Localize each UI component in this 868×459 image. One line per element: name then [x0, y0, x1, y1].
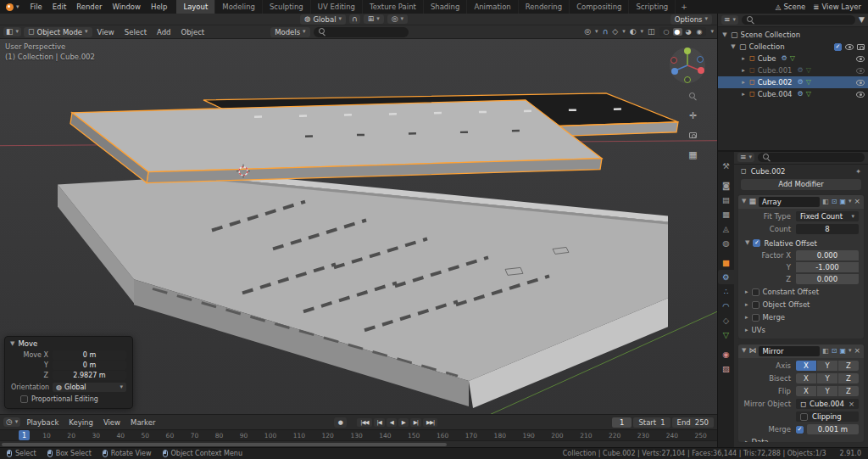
workspace-tab-scripting[interactable]: Scripting [629, 0, 676, 14]
menu-keying[interactable]: Keying [64, 418, 97, 427]
flip-x-button[interactable]: X [796, 386, 816, 396]
play-reverse-button[interactable]: ◀ [387, 418, 397, 427]
bisect-z-button[interactable]: Z [838, 373, 859, 383]
workspace-tab-shading[interactable]: Shading [424, 0, 468, 14]
properties-search[interactable] [758, 153, 865, 162]
timeline-ruler[interactable]: 1 10 20 30 40 50 60 70 80 90 100 110 120… [0, 429, 717, 440]
outliner-search-input[interactable] [758, 16, 850, 25]
jump-to-start-button[interactable]: |◀◀ [357, 418, 371, 427]
modifier-extras-menu-icon[interactable]: ▾ [849, 199, 852, 204]
mirror-object-field[interactable]: ◻ Cube.004 × [796, 399, 859, 409]
pin-icon[interactable]: ✦ [855, 167, 861, 176]
menu-render[interactable]: Render [71, 0, 107, 14]
expand-icon[interactable]: ▸ [740, 56, 747, 62]
current-frame-field[interactable]: 1 [612, 417, 632, 428]
properties-search-input[interactable] [774, 154, 860, 162]
caps-section[interactable]: ▸ Caps [743, 338, 859, 339]
workspace-tab-animation[interactable]: Animation [467, 0, 518, 14]
properties-editor-type-button[interactable]: ≡ ▾ [737, 153, 754, 162]
eye-icon[interactable] [856, 68, 865, 74]
expand-icon[interactable]: ▸ [740, 92, 747, 98]
toggle-ortho-icon[interactable]: ▦ [687, 148, 699, 161]
array-modifier-header[interactable]: ▼ ▦ Array ◧ ⊡ ▣ ▾ × [738, 195, 864, 209]
camera-view-icon[interactable] [687, 129, 699, 142]
panel-collapse-icon[interactable]: ▼ [742, 199, 746, 204]
panel-collapse-icon[interactable]: ▼ [742, 348, 746, 354]
menu-file[interactable]: File [25, 0, 47, 14]
expand-icon[interactable]: ▸ [740, 68, 747, 74]
frame-end-field[interactable]: End 250 [672, 417, 714, 428]
properties-tab-render[interactable]: ◙ [718, 178, 734, 193]
workspace-tab-layout[interactable]: Layout [176, 0, 215, 14]
asset-category-dropdown[interactable]: Models ▾ [270, 27, 309, 37]
uvs-section[interactable]: ▸ UVs [743, 325, 859, 336]
render-display-toggle[interactable]: ▣ [839, 199, 846, 205]
factor-x-field[interactable]: 0.000 [796, 250, 859, 260]
constant-offset-checkbox[interactable] [752, 288, 760, 296]
outliner-row-cube-002[interactable]: ▸ ◻ Cube.002 ⚙ ▽ [718, 76, 868, 88]
data-section[interactable]: ▸ Data [743, 437, 859, 443]
fit-type-dropdown[interactable]: Fixed Count ▾ [796, 211, 859, 221]
outliner-row-cube-004[interactable]: ▸ ◻ Cube.004 ⚙ ▽ [718, 88, 868, 100]
render-visibility-icon[interactable] [857, 44, 865, 50]
filter-icon[interactable]: ▼ [859, 16, 865, 24]
shading-wireframe-icon[interactable]: ○ [662, 28, 671, 36]
workspace-tab-sculpting[interactable]: Sculpting [263, 0, 311, 14]
frame-start-field[interactable]: Start 1 [633, 417, 670, 428]
flip-z-button[interactable]: Z [838, 386, 859, 396]
mirror-modifier-header[interactable]: ▼ ⋈ Mirror ◧ ⊡ ▣ ▾ × [738, 344, 864, 358]
clipping-checkbox[interactable] [800, 413, 808, 421]
properties-tab-scene[interactable]: ◬ [718, 221, 734, 236]
count-field[interactable]: 8 [796, 224, 859, 234]
mode-dropdown[interactable]: ◻ Object Mode ▾ [24, 27, 92, 37]
render-display-toggle[interactable]: ▣ [839, 348, 846, 355]
blender-menu-button[interactable]: ▾ [0, 0, 25, 14]
modifier-close-button[interactable]: × [854, 347, 860, 355]
move-x-field[interactable]: 0 m [53, 350, 126, 360]
operator-panel-move[interactable]: ▼ Move Move X 0 m Y 0 m Z 2.9827 m [4, 336, 133, 409]
prev-keyframe-button[interactable]: |◀ [374, 418, 385, 427]
workspace-tab-uv-editing[interactable]: UV Editing [311, 0, 363, 14]
array-merge-checkbox[interactable] [752, 314, 760, 322]
workspace-tab-texture-paint[interactable]: Texture Paint [363, 0, 424, 14]
orientation-select[interactable]: ◍ Global ▾ [53, 383, 126, 392]
clear-object-icon[interactable]: × [849, 400, 854, 408]
object-offset-section[interactable]: ▸ Object Offset [743, 299, 859, 311]
axis-x-button[interactable]: X [796, 361, 816, 371]
realtime-display-toggle[interactable]: ⊡ [832, 199, 837, 205]
modifier-close-button[interactable]: × [854, 198, 860, 205]
shading-material-icon[interactable]: ◕ [684, 28, 693, 36]
scene-selector[interactable]: ◬ Scene [776, 3, 805, 11]
clipping-toggle[interactable]: Clipping [796, 411, 859, 422]
menu-add[interactable]: Add [152, 28, 175, 36]
outliner-row-collection[interactable]: ▼ ▢ Collection ✓ [718, 41, 868, 53]
properties-tab-constraints[interactable]: ◇ [718, 313, 734, 327]
move-z-field[interactable]: 2.9827 m [53, 371, 126, 380]
modifier-extras-menu-icon[interactable]: ▾ [849, 348, 852, 354]
shading-solid-icon[interactable]: ● [673, 28, 682, 36]
outliner-search[interactable] [742, 15, 855, 25]
properties-tab-output[interactable]: ▤ [718, 193, 734, 207]
factor-y-field[interactable]: -1.000 [796, 262, 859, 272]
editmode-display-toggle[interactable]: ◧ [822, 348, 829, 355]
collection-checkbox[interactable]: ✓ [834, 43, 842, 51]
menu-view[interactable]: View [92, 28, 120, 36]
menu-window[interactable]: Window [107, 0, 146, 14]
object-offset-checkbox[interactable] [752, 301, 760, 309]
properties-tab-tool[interactable]: ⚒ [718, 159, 734, 173]
outliner-row-cube[interactable]: ▸ ◻ Cube ⚙ ▽ [718, 53, 868, 64]
properties-tab-physics[interactable]: ◠ [718, 299, 734, 313]
timeline-editor-type-button[interactable]: ◷ ▾ [3, 417, 20, 427]
properties-tab-particles[interactable]: ∴ [718, 284, 734, 299]
xray-toggle-icon[interactable]: ◫ [648, 28, 655, 36]
viewport-3d[interactable]: User Perspective (1) Collection | Cube.0… [0, 39, 717, 414]
move-view-icon[interactable]: ✛ [687, 109, 699, 122]
workspace-tab-rendering[interactable]: Rendering [519, 0, 570, 14]
auto-keying-toggle[interactable]: ● [334, 417, 347, 428]
expand-icon[interactable]: ▼ [730, 44, 737, 50]
snap-target-dropdown[interactable]: ⊞ ▾ [364, 14, 384, 24]
axis-y-button[interactable]: Y [817, 361, 837, 371]
factor-z-field[interactable]: 0.000 [796, 274, 859, 284]
next-keyframe-button[interactable]: ▶| [410, 418, 421, 427]
transform-orientation-dropdown[interactable]: ◍ Global ▾ [300, 14, 346, 25]
